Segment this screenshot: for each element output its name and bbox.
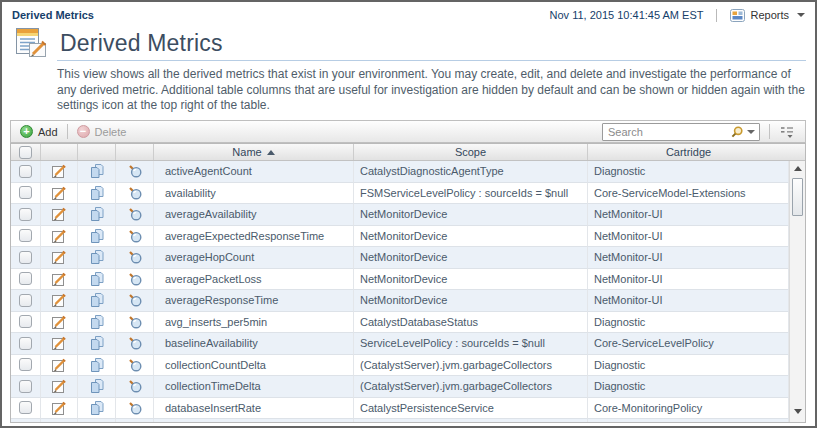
view-button[interactable] — [116, 204, 154, 226]
cell-scope: NetMonitorDevice — [354, 269, 588, 291]
edit-button[interactable] — [41, 226, 78, 248]
column-header-cartridge[interactable]: Cartridge — [588, 144, 789, 160]
cell-scope: ServiceLevelPolicy : sourceIds = $null — [354, 333, 588, 355]
view-magnifier-icon — [127, 249, 143, 265]
copy-button[interactable] — [78, 419, 116, 422]
edit-button[interactable] — [41, 419, 78, 422]
reports-button[interactable]: Reports — [730, 9, 805, 22]
breadcrumb[interactable]: Derived Metrics — [12, 9, 94, 21]
table-settings-button[interactable] — [779, 125, 795, 139]
view-button[interactable] — [116, 269, 154, 291]
search-magnifier-icon — [730, 125, 744, 139]
edit-button[interactable] — [41, 269, 78, 291]
copy-button[interactable] — [78, 398, 116, 420]
row-checkbox-cell — [11, 312, 41, 334]
column-header-scope[interactable]: Scope — [354, 144, 588, 160]
copy-button[interactable] — [78, 290, 116, 312]
copy-button[interactable] — [78, 247, 116, 269]
row-checkbox[interactable] — [19, 186, 32, 199]
edit-button[interactable] — [41, 204, 78, 226]
edit-pencil-icon — [51, 206, 67, 222]
copy-pages-icon — [89, 292, 105, 308]
cell-scope: NetMonitorDevice — [354, 247, 588, 269]
copy-button[interactable] — [78, 355, 116, 377]
view-magnifier-icon — [127, 335, 143, 351]
row-checkbox[interactable] — [19, 272, 32, 285]
view-button[interactable] — [116, 290, 154, 312]
view-button[interactable] — [116, 183, 154, 205]
add-button[interactable]: + Add — [20, 125, 58, 138]
row-checkbox-cell — [11, 376, 41, 398]
view-button[interactable] — [116, 333, 154, 355]
copy-button[interactable] — [78, 226, 116, 248]
cell-name: averageResponseTime — [154, 290, 354, 312]
view-button[interactable] — [116, 355, 154, 377]
view-button[interactable] — [116, 247, 154, 269]
copy-button[interactable] — [78, 183, 116, 205]
copy-button[interactable] — [78, 333, 116, 355]
row-checkbox[interactable] — [19, 165, 32, 178]
table-row: databaseInsertRate CatalystPersistenceSe… — [11, 398, 789, 420]
copy-button[interactable] — [78, 269, 116, 291]
view-magnifier-icon — [127, 206, 143, 222]
delete-button[interactable]: − Delete — [77, 125, 127, 138]
view-button[interactable] — [116, 398, 154, 420]
cell-name — [154, 419, 354, 422]
cell-scope: (CatalystServer).jvm.garbageCollectors — [354, 376, 588, 398]
delete-minus-icon: − — [77, 125, 90, 138]
select-all-checkbox[interactable] — [19, 146, 32, 159]
row-checkbox[interactable] — [19, 229, 32, 242]
row-checkbox[interactable] — [19, 337, 32, 350]
edit-button[interactable] — [41, 355, 78, 377]
search-options-button[interactable] — [728, 124, 759, 140]
view-button[interactable] — [116, 161, 154, 183]
copy-button[interactable] — [78, 204, 116, 226]
edit-pencil-icon — [51, 421, 67, 422]
edit-button[interactable] — [41, 312, 78, 334]
view-button[interactable] — [116, 419, 154, 422]
row-checkbox[interactable] — [19, 294, 32, 307]
row-checkbox[interactable] — [19, 251, 32, 264]
search-input[interactable] — [603, 126, 728, 138]
header-copy-column — [78, 144, 116, 160]
page-title: Derived Metrics — [60, 30, 223, 57]
header-checkbox-cell — [11, 144, 41, 160]
cell-cartridge: Diagnostic — [588, 161, 789, 183]
row-checkbox[interactable] — [19, 380, 32, 393]
row-checkbox[interactable] — [19, 208, 32, 221]
cell-scope: (CatalystServer).jvm.garbageCollectors — [354, 355, 588, 377]
table-header: Name Scope Cartridge — [11, 144, 789, 161]
cell-scope: NetMonitorDevice — [354, 204, 588, 226]
edit-button[interactable] — [41, 247, 78, 269]
row-checkbox[interactable] — [19, 315, 32, 328]
scroll-down-icon[interactable] — [794, 409, 802, 414]
row-checkbox-cell — [11, 161, 41, 183]
view-magnifier-icon — [127, 421, 143, 422]
edit-button[interactable] — [41, 290, 78, 312]
edit-button[interactable] — [41, 183, 78, 205]
add-label: Add — [38, 126, 58, 138]
copy-button[interactable] — [78, 312, 116, 334]
scroll-up-icon[interactable] — [794, 166, 802, 171]
cell-scope: CatalystDatabaseStatus — [354, 312, 588, 334]
copy-button[interactable] — [78, 376, 116, 398]
edit-pencil-icon — [51, 357, 67, 373]
edit-button[interactable] — [41, 398, 78, 420]
copy-button[interactable] — [78, 161, 116, 183]
view-button[interactable] — [116, 226, 154, 248]
column-header-name[interactable]: Name — [154, 144, 354, 160]
row-checkbox[interactable] — [19, 401, 32, 414]
edit-button[interactable] — [41, 376, 78, 398]
cell-cartridge: NetMonitor-UI — [588, 247, 789, 269]
view-button[interactable] — [116, 376, 154, 398]
copy-pages-icon — [89, 249, 105, 265]
edit-button[interactable] — [41, 161, 78, 183]
edit-button[interactable] — [41, 333, 78, 355]
row-checkbox[interactable] — [19, 358, 32, 371]
copy-pages-icon — [89, 314, 105, 330]
vertical-scrollbar[interactable] — [789, 161, 805, 422]
scrollbar-thumb[interactable] — [792, 178, 803, 216]
view-magnifier-icon — [127, 185, 143, 201]
copy-pages-icon — [89, 421, 105, 422]
view-button[interactable] — [116, 312, 154, 334]
